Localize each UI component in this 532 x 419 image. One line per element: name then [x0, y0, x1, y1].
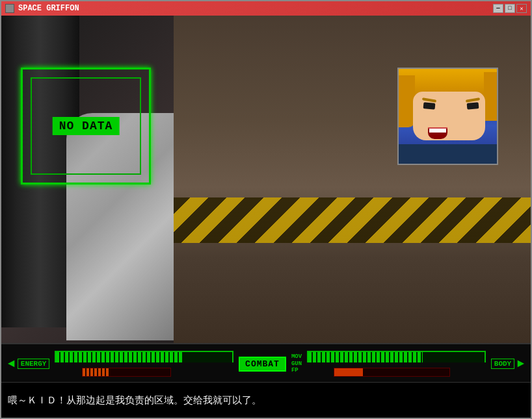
app-icon — [5, 4, 14, 13]
right-bottom-bar — [334, 368, 450, 377]
combat-button[interactable]: COMBAT — [239, 357, 286, 372]
energy-top-fill — [56, 352, 183, 362]
char-eye-right — [467, 102, 479, 110]
title-bar-left: SPACE GRIFFON — [5, 4, 79, 13]
hud-arrow-left-icon: ◄ — [8, 357, 15, 370]
maximize-button[interactable]: □ — [505, 4, 515, 13]
mov-gun-area: MOV GUN FP — [291, 353, 302, 374]
minimize-button[interactable]: — — [493, 4, 503, 13]
right-top-fill — [308, 352, 423, 362]
right-bottom-fill — [334, 368, 363, 376]
energy-bottom-bar — [82, 368, 171, 377]
gun-label: GUN — [291, 361, 302, 368]
hazard-band — [174, 197, 531, 243]
char-eye-left — [423, 102, 436, 110]
energy-top-bar — [55, 351, 233, 362]
dialogue-text: 喂～ＫＩＤ！从那边起是我负责的区域。交给我就可以了。 — [8, 394, 261, 407]
hud-scanner-box: NO DATA — [21, 68, 151, 184]
title-controls[interactable]: — □ ✕ — [493, 4, 527, 13]
char-teeth — [429, 129, 446, 133]
window-title: SPACE GRIFFON — [18, 4, 79, 13]
close-button[interactable]: ✕ — [516, 4, 527, 13]
char-jacket — [399, 144, 497, 164]
char-hair-side-right — [484, 72, 497, 121]
dialogue-row: 喂～ＫＩＤ！从那边起是我负责的区域。交给我就可以了。 — [1, 382, 531, 418]
energy-bottom-fill — [83, 368, 109, 376]
energy-label: ENERGY — [18, 359, 50, 369]
title-bar: SPACE GRIFFON — □ ✕ — [1, 1, 531, 16]
mov-label: MOV — [291, 353, 302, 361]
char-face-bg — [399, 69, 497, 164]
no-data-label: NO DATA — [53, 117, 120, 135]
hazard-stripes — [174, 197, 531, 243]
hud-arrow-right-icon: ► — [517, 357, 524, 370]
right-bars-area — [307, 351, 486, 377]
game-window: SPACE GRIFFON — □ ✕ NO DATA — [0, 0, 532, 419]
fp-label: FP — [291, 367, 302, 374]
hud-bottom-bar: ◄ ENERGY COMBAT MOV GUN — [1, 343, 531, 418]
body-label: BODY — [491, 359, 514, 369]
char-mouth — [428, 127, 447, 139]
energy-bars-area — [55, 351, 233, 377]
status-bars-row: ◄ ENERGY COMBAT MOV GUN — [1, 344, 531, 383]
right-top-bar — [307, 351, 486, 362]
character-portrait — [397, 68, 498, 165]
game-area: NO DATA ◄ — [1, 16, 531, 418]
